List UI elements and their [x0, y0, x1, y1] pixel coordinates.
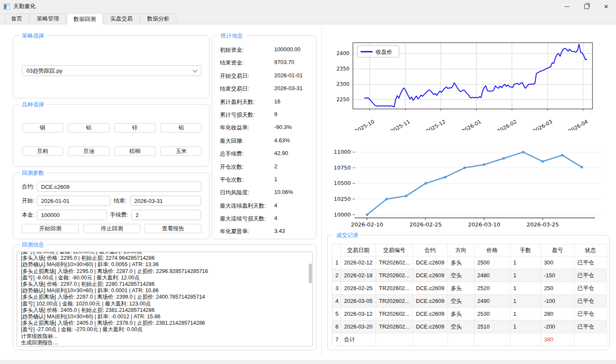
- table-total-row[interactable]: 7合计380: [332, 333, 607, 346]
- stat-label: 开始交易日:: [220, 72, 249, 80]
- variety-button-铝[interactable]: 铝: [68, 123, 110, 132]
- table-row[interactable]: 22026-02-18TR202602...DCE.c2609空头24801-1…: [332, 269, 607, 282]
- stat-row: 年化收益率:-90.3%: [220, 120, 313, 133]
- variety-button-豆粕[interactable]: 豆粕: [22, 147, 63, 156]
- contract-label: 合约:: [22, 182, 35, 192]
- table-cell: 已平仓: [574, 269, 607, 282]
- log-scrollbar-thumb[interactable]: [309, 264, 312, 283]
- table-cell: 空头: [447, 320, 474, 333]
- end-date-input[interactable]: [130, 196, 201, 206]
- equity-curve-chart: 10000102501050010750110002026-02-102026-…: [327, 137, 610, 229]
- table-row[interactable]: 12026-02-12TR202602...DCE.c2609多头2500130…: [332, 256, 607, 269]
- log-line: [多头入场] 价格: 2297.0 | 初始止损: 2280.714285714…: [21, 281, 308, 288]
- table-cell: 5: [332, 308, 341, 320]
- table-row[interactable]: 32026-02-25TR202602...DCE.c2609多头2520125…: [332, 282, 607, 295]
- table-cell: 2510: [474, 320, 510, 333]
- table-cell: 2026-03-20: [341, 320, 376, 333]
- window-title: 天勤量化: [13, 3, 36, 10]
- table-row[interactable]: 52026-03-12TR202602...DCE.c2609多头2530128…: [332, 308, 607, 320]
- tab-策略管理[interactable]: 策略管理: [30, 13, 66, 24]
- log-groupbox: 回测信息 [盈亏] 12.00点 | 金额: 120.00元 | 最大盈利: 1…: [13, 244, 317, 350]
- title-bar: 天勤量化 ✕: [0, 0, 616, 13]
- svg-text:10000: 10000: [334, 211, 351, 218]
- strategy-select[interactable]: 03趋势跟踪.py: [22, 65, 201, 76]
- tab-数据分析[interactable]: 数据分析: [140, 13, 176, 24]
- log-line: [多头止损离场] 入场价: 2295.0 | 离场价: 2287.0 | 止损价…: [21, 268, 308, 275]
- fee-input[interactable]: [131, 210, 201, 220]
- stat-value: 1: [274, 176, 277, 182]
- minimize-button[interactable]: [557, 0, 577, 13]
- capital-label: 本金:: [22, 210, 35, 220]
- stat-value: 10.06%: [274, 189, 293, 195]
- table-cell: 2026-02-18: [341, 269, 376, 282]
- stat-row: 开仓次数:2: [220, 160, 313, 173]
- capital-input[interactable]: [37, 210, 107, 220]
- variety-button-铅[interactable]: 铅: [160, 123, 202, 132]
- table-cell: 1: [510, 282, 541, 295]
- stat-label: 最大连续亏损天数:: [220, 215, 266, 223]
- variety-button-豆油[interactable]: 豆油: [68, 147, 110, 156]
- table-cell: 6: [332, 320, 341, 333]
- end-date-label: 结束:: [114, 196, 127, 206]
- variety-button-棕榈[interactable]: 棕榈: [114, 147, 156, 156]
- tab-首页[interactable]: 首页: [4, 13, 29, 24]
- strategy-groupbox: 策略选择 03趋势跟踪.py: [13, 35, 210, 98]
- close-button[interactable]: ✕: [596, 0, 616, 13]
- params-groupbox-title: 回测参数: [20, 169, 46, 177]
- stat-value: 4.63%: [274, 137, 290, 144]
- stop-backtest-button[interactable]: 停止回测: [83, 224, 140, 233]
- tab-数据回测[interactable]: 数据回测: [67, 13, 103, 24]
- svg-text:2026-02: 2026-02: [496, 118, 518, 130]
- stat-value: 9: [274, 111, 277, 117]
- svg-text:2400: 2400: [336, 50, 349, 56]
- stat-label: 日均风险度:: [220, 189, 249, 197]
- table-cell: 已平仓: [574, 282, 607, 295]
- start-date-input[interactable]: [37, 196, 110, 206]
- trades-groupbox-title: 成交记录: [334, 232, 361, 239]
- svg-text:10250: 10250: [334, 196, 351, 202]
- log-line: [盈亏] 12.00点 | 金额: 120.00元 | 最大盈利: 15.00点: [21, 252, 308, 255]
- table-cell: 2026-02-12: [341, 256, 376, 269]
- panel-splitter[interactable]: [321, 26, 322, 355]
- stat-value: -90.3%: [274, 124, 292, 130]
- table-cell: [474, 333, 510, 346]
- stat-label: 平仓次数:: [220, 176, 244, 184]
- variety-button-铜[interactable]: 铜: [22, 123, 63, 132]
- table-cell: 1: [510, 256, 541, 269]
- table-row[interactable]: 42026-03-05TR202602...DCE.c2609空头24901-1…: [332, 295, 607, 308]
- stat-label: 结束交易日:: [220, 85, 249, 93]
- restore-button[interactable]: [577, 0, 596, 13]
- table-cell: 1: [510, 269, 541, 282]
- stat-row: 年化夏普率:3.43: [220, 224, 313, 237]
- log-line: [盈亏] 102.00点 | 金额: 1020.00元 | 最大盈利: 123.…: [21, 301, 308, 307]
- table-cell: 多头: [447, 308, 474, 320]
- stat-row: 总手续费:42.90: [220, 147, 313, 159]
- stat-value: 2026-01-01: [274, 72, 303, 79]
- table-row[interactable]: 62026-03-20TR202602...DCE.c2609空头25101-2…: [332, 320, 607, 333]
- table-cell: TR202602...: [376, 256, 413, 269]
- stat-row: 结束资金:9703.70: [220, 56, 313, 68]
- start-backtest-button[interactable]: 开始回测: [22, 224, 79, 233]
- variety-button-玉米[interactable]: 玉米: [160, 147, 202, 156]
- table-cell: 空头: [447, 295, 474, 308]
- contract-input[interactable]: [37, 182, 201, 192]
- view-report-button[interactable]: 查看报告: [145, 224, 201, 233]
- tab-实盘交易[interactable]: 实盘交易: [104, 13, 139, 24]
- column-header: 盈亏: [541, 244, 574, 256]
- table-cell: [413, 333, 447, 346]
- backtest-log-area[interactable]: [盈亏] 12.00点 | 金额: 120.00元 | 最大盈利: 15.00点…: [17, 252, 313, 346]
- svg-text:2026-02-25: 2026-02-25: [409, 221, 442, 228]
- table-cell: 300: [541, 256, 574, 269]
- stat-row: 平仓次数:1: [220, 173, 313, 185]
- stat-value: 4: [274, 215, 277, 221]
- fee-label: 手续费:: [110, 210, 128, 220]
- table-cell: 250: [541, 282, 574, 295]
- table-cell: [447, 333, 474, 346]
- variety-button-锌[interactable]: 锌: [114, 123, 156, 132]
- table-cell: DCE.c2609: [413, 269, 447, 282]
- table-cell: TR202602...: [376, 308, 413, 320]
- stat-label: 结束资金:: [220, 59, 244, 67]
- log-line: [多头入场] 价格: 2295.0 | 初始止损: 2274.964285714…: [21, 255, 308, 261]
- log-groupbox-title: 回测信息: [20, 241, 46, 249]
- log-line: [趋势确认] MA排列(10>30>60) | 斜率: -0.0012 | AT…: [21, 314, 308, 320]
